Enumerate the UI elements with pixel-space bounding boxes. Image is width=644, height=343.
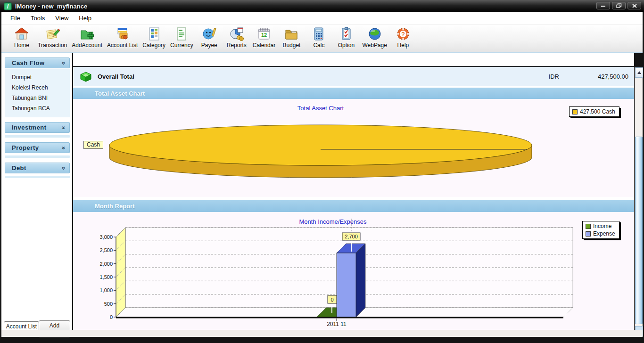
section-strip [5, 135, 70, 138]
scroll-up-button[interactable] [635, 67, 643, 78]
overall-total-amount: 427,500.00 [598, 73, 628, 80]
total-asset-pie-chart: Total Asset Chart 427,500 Cash Cash [73, 99, 634, 197]
window-title: iMoney - new_myfinance [15, 3, 87, 10]
sidebar-section-property[interactable]: Property » [5, 142, 70, 153]
expense-swatch [586, 231, 591, 237]
svg-text:0: 0 [330, 297, 333, 302]
close-button[interactable] [627, 2, 641, 9]
menu-tools[interactable]: Tools [25, 13, 50, 23]
toolbar-addaccount-button[interactable]: AddAccount [69, 26, 105, 49]
toolbar-payee-button[interactable]: Payee [196, 26, 223, 49]
calc-icon [311, 26, 326, 41]
scroll-up-icon [637, 71, 641, 74]
svg-text:2,700: 2,700 [345, 234, 358, 239]
menu-view[interactable]: View [50, 13, 74, 23]
sidebar-item-tabungan-bni[interactable]: Tabungan BNI [5, 93, 70, 103]
app-icon: i [4, 2, 12, 10]
svg-text:0: 0 [110, 314, 113, 320]
toolbar-calc-button[interactable]: Calc [305, 26, 332, 49]
sidebar-section-investment[interactable]: Investment » [5, 122, 70, 133]
month-income-expenses-bar-chart: 2,700 0 0 500 1,000 1,500 2,000 2,500 3,… [73, 212, 634, 330]
svg-text:2,500: 2,500 [99, 247, 113, 253]
bar-chart-canvas: 2,700 0 0 500 1,000 1,500 2,000 2,500 3,… [73, 212, 629, 330]
sidebar-section-cash-flow[interactable]: Cash Flow » [5, 57, 70, 68]
toolbar-home-button[interactable]: Home [8, 26, 35, 49]
section-bar-month-report: Month Report [73, 200, 634, 212]
chevron-down-icon[interactable]: » [61, 126, 67, 129]
chevron-down-icon[interactable]: » [61, 61, 67, 65]
toolbar-transaction-button[interactable]: Transaction [35, 26, 69, 49]
transaction-icon [45, 26, 60, 41]
chevron-down-icon[interactable]: » [61, 146, 67, 149]
income-swatch [586, 224, 591, 229]
overall-total-row: Overall Total IDR 427,500.00 [73, 67, 634, 86]
close-icon [632, 4, 637, 8]
reports-icon [229, 26, 244, 41]
account-list-icon [115, 26, 130, 41]
restore-icon [616, 3, 622, 8]
restore-button[interactable] [612, 2, 626, 9]
toolbar-calendar-button[interactable]: 12 Calendar [250, 26, 278, 49]
chevron-down-icon[interactable]: » [61, 166, 67, 170]
vertical-scrollbar[interactable] [635, 67, 643, 336]
pie-chart-canvas [73, 99, 629, 197]
bar-chart-legend: Income Expense [582, 221, 619, 239]
toolbar-webpage-button[interactable]: WebPage [360, 26, 389, 49]
scrollbar-thumb[interactable] [635, 137, 643, 324]
svg-text:1,000: 1,000 [99, 287, 113, 293]
sidebar-item-koleksi-receh[interactable]: Koleksi Receh [5, 82, 70, 93]
budget-icon [284, 26, 299, 41]
bar-chart-title: Month Income/Expenses [73, 218, 593, 225]
minimize-icon [601, 4, 606, 8]
home-icon [14, 26, 29, 41]
svg-text:3,000: 3,000 [99, 234, 113, 240]
section-strip [5, 155, 70, 158]
pie-legend: 427,500 Cash [569, 106, 619, 117]
toolbar-option-button[interactable]: Option [332, 26, 360, 49]
sidebar-item-dompet[interactable]: Dompet [5, 72, 70, 82]
svg-text:12: 12 [261, 32, 267, 38]
cash-flow-account-list: Dompet Koleksi Receh Tabungan BNI Tabung… [5, 69, 70, 117]
payee-icon [202, 26, 217, 41]
sidebar-item-tabungan-bca[interactable]: Tabungan BCA [5, 103, 70, 114]
minimize-button[interactable] [596, 2, 610, 9]
menu-bar: File Tools View Help [1, 12, 643, 24]
sidebar: Cash Flow » Dompet Koleksi Receh Tabunga… [1, 53, 72, 330]
menu-help[interactable]: Help [74, 13, 97, 23]
toolbar: Home Transaction [1, 24, 643, 53]
option-icon [339, 26, 354, 41]
svg-text:500: 500 [104, 301, 113, 307]
toolbar-budget-button[interactable]: Budget [278, 26, 305, 49]
overall-total-label: Overall Total [98, 73, 134, 80]
application-window: i iMoney - new_myfinance File [0, 0, 644, 343]
toolbar-help-button[interactable]: ? Help [389, 26, 417, 49]
add-account-icon [80, 26, 95, 41]
overall-total-icon [80, 72, 92, 82]
svg-text:1,500: 1,500 [99, 274, 113, 280]
cash-swatch [572, 109, 578, 114]
status-bar [1, 330, 643, 337]
pie-chart-title: Total Asset Chart [73, 105, 568, 112]
svg-text:2,000: 2,000 [99, 261, 113, 267]
toolbar-category-button[interactable]: Category [140, 26, 168, 49]
help-icon: ? [396, 26, 411, 41]
calendar-icon: 12 [256, 26, 272, 41]
toolbar-currency-button[interactable]: Currency [168, 26, 196, 49]
toolbar-reports-button[interactable]: Reports [223, 26, 250, 49]
title-bar[interactable]: i iMoney - new_myfinance [0, 0, 644, 12]
menu-file[interactable]: File [5, 13, 25, 23]
section-strip [5, 176, 70, 178]
main-panel: Overall Total IDR 427,500.00 Total Asset… [73, 53, 634, 330]
section-bar-total-asset-chart: Total Asset Chart [73, 88, 634, 99]
category-icon [147, 26, 162, 41]
svg-text:?: ? [401, 31, 405, 38]
overall-total-currency: IDR [549, 73, 559, 80]
currency-icon [174, 26, 189, 41]
svg-text:2011 11: 2011 11 [327, 321, 347, 327]
webpage-icon [367, 26, 382, 41]
pie-slice-label: Cash [83, 141, 103, 149]
toolbar-accountlist-button[interactable]: Account List [105, 26, 140, 49]
sidebar-section-debt[interactable]: Debt » [5, 163, 70, 173]
